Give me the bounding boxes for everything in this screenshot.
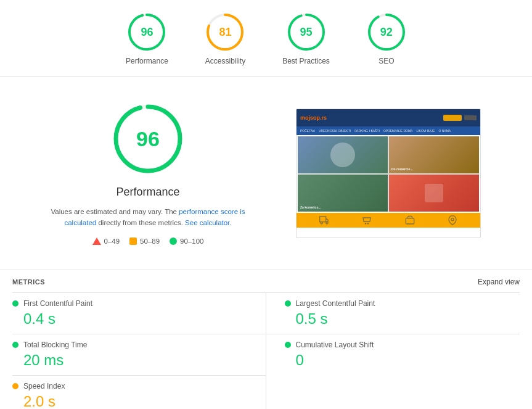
metric-tbt-header: Total Blocking Time bbox=[12, 341, 253, 349]
ws-footer bbox=[297, 213, 480, 228]
ws-footer-icon-2 bbox=[362, 215, 372, 225]
metric-fcp: First Contentful Paint 0.4 s bbox=[12, 292, 266, 334]
svg-point-13 bbox=[366, 223, 366, 224]
score-label-performance: Performance bbox=[126, 57, 168, 65]
perf-description: Values are estimated and may vary. The p… bbox=[49, 206, 247, 229]
metric-cls-header: Cumulative Layout Shift bbox=[285, 341, 520, 349]
expand-view-button[interactable]: Expand view bbox=[478, 278, 520, 286]
metric-fcp-header: First Contentful Paint bbox=[12, 299, 253, 308]
ws-nav-btn bbox=[464, 115, 477, 120]
svg-point-12 bbox=[325, 222, 327, 224]
metric-fcp-dot bbox=[12, 300, 18, 307]
score-value-best-practices: 95 bbox=[300, 26, 313, 39]
metric-lcp-dot bbox=[285, 300, 291, 307]
svg-rect-10 bbox=[319, 217, 325, 222]
ws-footer-icon-3 bbox=[405, 215, 415, 225]
website-screenshot: mojsop.rs POČETNA VREDNOSNI OBJEKTI PARK… bbox=[296, 109, 481, 238]
score-circle-best-practices: 95 bbox=[287, 12, 326, 52]
ws-nav: POČETNA VREDNOSNI OBJEKTI PARKING I BAŠT… bbox=[297, 126, 480, 135]
metric-si-name: Speed Index bbox=[23, 382, 65, 390]
metrics-title: METRICS bbox=[12, 278, 45, 286]
pass-icon bbox=[170, 238, 177, 245]
score-value-seo: 92 bbox=[380, 26, 393, 39]
legend: 0–49 50–89 90–100 bbox=[92, 238, 204, 245]
metric-cls-dot bbox=[285, 342, 291, 348]
score-label-best-practices: Best Practices bbox=[282, 57, 330, 65]
see-calculator-link[interactable]: See calculator. bbox=[185, 219, 231, 226]
score-label-accessibility: Accessibility bbox=[205, 57, 245, 65]
legend-range-average: 50–89 bbox=[140, 238, 160, 245]
score-circle-seo: 92 bbox=[367, 12, 406, 52]
metric-fcp-value: 0.4 s bbox=[12, 310, 253, 328]
metrics-grid: First Contentful Paint 0.4 s Largest Con… bbox=[12, 292, 520, 409]
metric-tbt-value: 20 ms bbox=[12, 352, 253, 369]
metric-fcp-name: First Contentful Paint bbox=[23, 299, 92, 308]
legend-range-fail: 0–49 bbox=[104, 238, 120, 245]
svg-point-11 bbox=[321, 222, 322, 224]
score-circle-accessibility: 81 bbox=[205, 12, 245, 52]
performance-card: 96 Performance Values are estimated and … bbox=[18, 89, 277, 257]
ws-cell-4 bbox=[389, 175, 479, 212]
score-item-performance[interactable]: 96 Performance bbox=[126, 12, 168, 65]
score-circle-performance: 96 bbox=[127, 12, 166, 52]
legend-item-average: 50–89 bbox=[129, 238, 160, 245]
big-score-circle: 96 bbox=[111, 102, 185, 176]
ws-cell-1 bbox=[298, 136, 388, 173]
big-score-value: 96 bbox=[136, 127, 160, 151]
legend-range-pass: 90–100 bbox=[180, 238, 203, 245]
metric-tbt-dot bbox=[12, 342, 18, 348]
metric-si: Speed Index 2.0 s bbox=[12, 375, 266, 409]
score-value-accessibility: 81 bbox=[219, 26, 231, 39]
ws-cell-3: Za komericu... bbox=[298, 175, 388, 212]
metric-lcp-name: Largest Contentful Paint bbox=[296, 299, 375, 308]
ws-footer-icon-1 bbox=[319, 215, 329, 225]
metric-cls-name: Cumulative Layout Shift bbox=[296, 341, 374, 349]
legend-item-fail: 0–49 bbox=[92, 238, 120, 245]
score-item-seo[interactable]: 92 SEO bbox=[367, 12, 406, 65]
ws-footer-icon-4 bbox=[448, 215, 457, 225]
metric-lcp-value: 0.5 s bbox=[285, 310, 520, 328]
ws-cta bbox=[443, 115, 462, 121]
score-label-seo: SEO bbox=[379, 57, 394, 65]
metric-tbt-name: Total Blocking Time bbox=[23, 341, 87, 349]
perf-title: Performance bbox=[116, 186, 179, 199]
metric-cls-value: 0 bbox=[285, 352, 520, 369]
legend-item-pass: 90–100 bbox=[170, 238, 203, 245]
metrics-section: METRICS Expand view First Contentful Pai… bbox=[0, 270, 532, 409]
ws-header: mojsop.rs bbox=[297, 109, 480, 126]
metric-si-value: 2.0 s bbox=[12, 393, 253, 409]
metric-cls: Cumulative Layout Shift 0 bbox=[266, 334, 520, 375]
fail-icon bbox=[92, 238, 101, 245]
score-item-best-practices[interactable]: 95 Best Practices bbox=[282, 12, 330, 65]
ws-grid: Do comercio... Za komericu... bbox=[298, 136, 479, 212]
metrics-header: METRICS Expand view bbox=[12, 270, 520, 292]
score-item-accessibility[interactable]: 81 Accessibility bbox=[205, 12, 245, 65]
metric-si-dot bbox=[12, 383, 18, 389]
metric-lcp-header: Largest Contentful Paint bbox=[285, 299, 520, 308]
ws-cell-2: Do comercio... bbox=[389, 136, 479, 173]
preview-card: mojsop.rs POČETNA VREDNOSNI OBJEKTI PARK… bbox=[290, 89, 487, 257]
svg-point-14 bbox=[368, 223, 369, 224]
middle-section: 96 Performance Values are estimated and … bbox=[0, 77, 532, 270]
metric-si-header: Speed Index bbox=[12, 382, 253, 390]
svg-point-15 bbox=[451, 218, 454, 221]
scores-section: 96 Performance 81 Accessibility 95 Best … bbox=[0, 0, 532, 77]
score-value-performance: 96 bbox=[141, 26, 153, 39]
metric-lcp: Largest Contentful Paint 0.5 s bbox=[266, 292, 520, 334]
metric-tbt: Total Blocking Time 20 ms bbox=[12, 334, 266, 375]
average-icon bbox=[129, 238, 137, 245]
ws-logo: mojsop.rs bbox=[300, 115, 327, 121]
